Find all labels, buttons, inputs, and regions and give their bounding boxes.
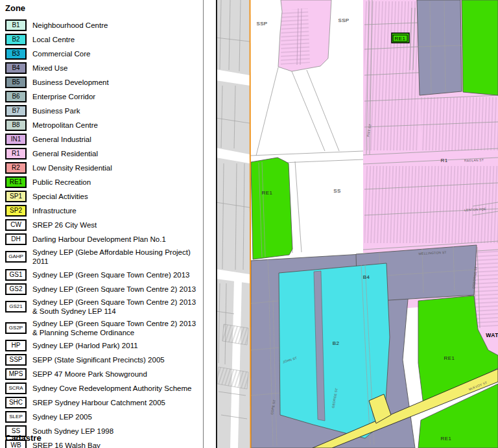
legend-item-cw: CW SREP 26 City West xyxy=(5,219,203,231)
zone-swatch: GS21 xyxy=(5,301,27,312)
zone-swatch: SSP xyxy=(5,354,27,366)
zone-swatch: SCRA xyxy=(5,383,27,394)
legend-item-b8: B8 Metropolitan Centre xyxy=(5,119,203,131)
zone-label: Sydney LEP (Green Square Town Centre) 20… xyxy=(32,270,202,279)
zone-label: SREP 16 Walsh Bay xyxy=(32,441,202,448)
map-border xyxy=(216,0,217,448)
zone-swatch: DH xyxy=(5,233,27,245)
zone-label: Sydney LEP (Harlod Park) 2011 xyxy=(32,341,202,350)
zone-label: SREP Sydney Harbour Catchment 2005 xyxy=(32,398,202,407)
legend-item-sp1: SP1 Special Activities xyxy=(5,191,203,202)
zone-swatch: B2 xyxy=(5,34,27,45)
legend-items: B1 Neighbourhood Centre B2 Local Centre … xyxy=(5,19,203,448)
zone-label: Special Activities xyxy=(32,192,202,201)
zoning-map-viewer: Zone B1 Neighbourhood Centre B2 Local Ce… xyxy=(0,0,498,448)
zone-label: Public Recreation xyxy=(32,178,202,187)
zone-b4-top-right[interactable] xyxy=(417,0,462,95)
legend-title: Zone xyxy=(5,3,203,13)
zone-swatch: B3 xyxy=(5,48,27,60)
zone-label: SEPP 47 Moore Park Showground xyxy=(32,370,202,379)
zone-label: General Residential xyxy=(32,149,202,158)
zone-label: Sydney LEP (Glebe Affordable Housing Pro… xyxy=(32,248,202,266)
legend-item-re1: RE1 Public Recreation xyxy=(5,176,203,188)
zone-swatch: B1 xyxy=(5,19,27,31)
zone-swatch: RE1 xyxy=(5,176,27,188)
zone-swatch: HP xyxy=(5,340,27,351)
map-canvas[interactable] xyxy=(216,0,498,448)
zone-label: Sydney LEP 2005 xyxy=(32,412,202,421)
zone-label: Business Park xyxy=(32,106,202,115)
legend-item-gs2p: GS2P Sydney LEP (Green Square Town Centr… xyxy=(5,319,203,338)
zone-swatch: B6 xyxy=(5,91,27,102)
zone-label: Sydney LEP (Green Square Town Centre 2) … xyxy=(32,319,202,338)
legend-item-b3: B3 Commercial Core xyxy=(5,48,203,60)
legend-item-b6: B6 Enterprise Corridor xyxy=(5,91,203,102)
legend-item-gs21: GS21 Sydney LEP (Green Square Town Centr… xyxy=(5,298,203,316)
zone-label: Metropolitan Centre xyxy=(32,121,202,130)
zone-label: Sydney LEP (Green Square Town Centre 2) … xyxy=(32,298,202,316)
legend-item-gahp: GAHP Sydney LEP (Glebe Affordable Housin… xyxy=(5,248,203,266)
zone-label: Mixed Use xyxy=(32,64,202,73)
legend-item-in1: IN1 General Industrial xyxy=(5,134,203,145)
zone-swatch: B8 xyxy=(5,119,27,131)
zone-label: Business Development xyxy=(32,78,202,87)
zone-label: Neighbourhood Centre xyxy=(32,21,202,30)
zone-label: General Industrial xyxy=(32,135,202,144)
zone-swatch: GS2P xyxy=(5,322,27,334)
legend-panel: Zone B1 Neighbourhood Centre B2 Local Ce… xyxy=(0,0,204,448)
zone-swatch: B7 xyxy=(5,105,27,117)
zone-swatch: SHC xyxy=(5,397,27,408)
legend-item-b2: B2 Local Centre xyxy=(5,34,203,45)
legend-item-scra: SCRA Sydney Cove Redevelopment Authority… xyxy=(5,383,203,394)
zone-re1-centre[interactable] xyxy=(251,158,292,259)
zone-swatch: B5 xyxy=(5,77,27,88)
legend-item-ssp: SSP SEPP (State Significant Precincts) 2… xyxy=(5,354,203,366)
zone-swatch: SP2 xyxy=(5,205,27,217)
legend-item-hp: HP Sydney LEP (Harlod Park) 2011 xyxy=(5,340,203,351)
legend-item-b1: B1 Neighbourhood Centre xyxy=(5,19,203,31)
zone-re1-top-right[interactable] xyxy=(462,0,498,95)
legend-item-gs2: GS2 Sydney LEP (Green Square Town Centre… xyxy=(5,283,203,295)
cadastre-title: Cadastre xyxy=(5,433,42,443)
legend-item-gs1: GS1 Sydney LEP (Green Square Town Centre… xyxy=(5,269,203,281)
zone-swatch: GS1 xyxy=(5,269,27,281)
zone-label: SEPP (State Significant Precincts) 2005 xyxy=(32,355,202,364)
legend-item-sp2: SP2 Infrastructure xyxy=(5,205,203,217)
legend-item-slep: SLEP Sydney LEP 2005 xyxy=(5,411,203,423)
lga-boundary-line xyxy=(250,0,251,448)
legend-item-b7: B7 Business Park xyxy=(5,105,203,117)
zone-label: Enterprise Corridor xyxy=(32,92,202,101)
legend-item-r2: R2 Low Density Residential xyxy=(5,162,203,174)
legend-item-mps: MPS SEPP 47 Moore Park Showground xyxy=(5,368,203,380)
legend-item-b5: B5 Business Development xyxy=(5,77,203,88)
legend-item-b4: B4 Mixed Use xyxy=(5,62,203,74)
zone-swatch: R1 xyxy=(5,148,27,159)
zone-label: Infrastructure xyxy=(32,206,202,215)
zone-swatch: CW xyxy=(5,219,27,231)
zone-label: Low Density Residential xyxy=(32,163,202,172)
zone-swatch: GAHP xyxy=(5,251,27,263)
zone-swatch: IN1 xyxy=(5,134,27,145)
zone-label: South Sydney LEP 1998 xyxy=(32,427,202,436)
legend-item-r1: R1 General Residential xyxy=(5,148,203,159)
zone-swatch: MPS xyxy=(5,368,27,380)
zone-label: Sydney Cove Redevelopment Authority Sche… xyxy=(32,384,202,393)
zoning-map[interactable]: SSPSSPRE1R1SSRE1B4B2RE1RE1WATRAGLAN STWE… xyxy=(216,0,498,448)
zone-swatch: SLEP xyxy=(5,411,27,423)
legend-item-dh: DH Darling Harbour Development Plan No.1 xyxy=(5,233,203,245)
zone-label: Local Centre xyxy=(32,35,202,44)
zone-label: Darling Harbour Development Plan No.1 xyxy=(32,235,202,244)
zone-ssp-island[interactable] xyxy=(278,0,331,71)
zone-label: Commercial Core xyxy=(32,49,202,58)
zone-re1-small-parcel[interactable] xyxy=(392,33,409,43)
zone-swatch: GS2 xyxy=(5,283,27,295)
zone-b2-local-centre[interactable] xyxy=(279,263,390,445)
zone-label: SREP 26 City West xyxy=(32,220,202,230)
zone-swatch: B4 xyxy=(5,62,27,74)
legend-item-shc: SHC SREP Sydney Harbour Catchment 2005 xyxy=(5,397,203,408)
zone-outside-lga[interactable] xyxy=(216,0,250,448)
zone-label: Sydney LEP (Green Square Town Centre 2) … xyxy=(32,285,202,294)
zone-swatch: SP1 xyxy=(5,191,27,202)
zone-swatch: R2 xyxy=(5,162,27,174)
